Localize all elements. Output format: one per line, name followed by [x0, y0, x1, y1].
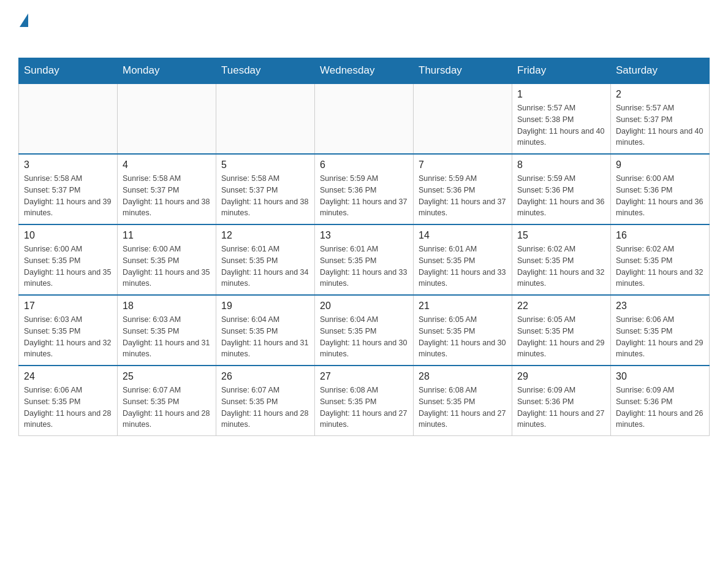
calendar-cell: 12Sunrise: 6:01 AMSunset: 5:35 PMDayligh… — [216, 224, 315, 295]
day-number: 16 — [616, 230, 704, 241]
calendar-cell: 16Sunrise: 6:02 AMSunset: 5:35 PMDayligh… — [611, 224, 710, 295]
calendar-cell: 5Sunrise: 5:58 AMSunset: 5:37 PMDaylight… — [216, 154, 315, 224]
calendar-cell: 19Sunrise: 6:04 AMSunset: 5:35 PMDayligh… — [216, 295, 315, 366]
day-info: Sunrise: 6:07 AMSunset: 5:35 PMDaylight:… — [221, 385, 309, 431]
calendar-cell — [315, 83, 414, 154]
day-number: 3 — [24, 159, 112, 170]
calendar-week-2: 3Sunrise: 5:58 AMSunset: 5:37 PMDaylight… — [19, 154, 710, 224]
calendar-cell: 27Sunrise: 6:08 AMSunset: 5:35 PMDayligh… — [315, 366, 414, 436]
calendar-header-row: Sunday Monday Tuesday Wednesday Thursday… — [19, 58, 710, 84]
day-info: Sunrise: 6:06 AMSunset: 5:35 PMDaylight:… — [24, 385, 112, 431]
header-friday: Friday — [512, 58, 611, 84]
day-number: 5 — [221, 159, 309, 170]
calendar-cell: 28Sunrise: 6:08 AMSunset: 5:35 PMDayligh… — [414, 366, 512, 436]
day-info: Sunrise: 6:00 AMSunset: 5:35 PMDaylight:… — [24, 243, 112, 289]
day-info: Sunrise: 6:09 AMSunset: 5:36 PMDaylight:… — [616, 385, 704, 431]
day-number: 7 — [419, 159, 507, 170]
day-number: 14 — [419, 230, 507, 241]
calendar-cell: 13Sunrise: 6:01 AMSunset: 5:35 PMDayligh… — [315, 224, 414, 295]
day-number: 21 — [419, 301, 507, 312]
calendar-cell: 2Sunrise: 5:57 AMSunset: 5:37 PMDaylight… — [611, 83, 710, 154]
calendar-cell: 26Sunrise: 6:07 AMSunset: 5:35 PMDayligh… — [216, 366, 315, 436]
day-info: Sunrise: 6:03 AMSunset: 5:35 PMDaylight:… — [24, 314, 112, 360]
day-info: Sunrise: 6:00 AMSunset: 5:35 PMDaylight:… — [123, 243, 211, 289]
day-number: 29 — [517, 371, 605, 382]
calendar-week-3: 10Sunrise: 6:00 AMSunset: 5:35 PMDayligh… — [19, 224, 710, 295]
day-number: 27 — [320, 371, 408, 382]
header-tuesday: Tuesday — [216, 58, 315, 84]
day-info: Sunrise: 6:00 AMSunset: 5:36 PMDaylight:… — [616, 173, 704, 219]
day-info: Sunrise: 6:03 AMSunset: 5:35 PMDaylight:… — [123, 314, 211, 360]
calendar-cell: 30Sunrise: 6:09 AMSunset: 5:36 PMDayligh… — [611, 366, 710, 436]
day-number: 2 — [616, 89, 704, 100]
calendar-cell: 24Sunrise: 6:06 AMSunset: 5:35 PMDayligh… — [19, 366, 118, 436]
day-number: 10 — [24, 230, 112, 241]
header-monday: Monday — [118, 58, 216, 84]
day-info: Sunrise: 5:58 AMSunset: 5:37 PMDaylight:… — [221, 173, 309, 219]
day-info: Sunrise: 6:01 AMSunset: 5:35 PMDaylight:… — [419, 243, 507, 289]
day-info: Sunrise: 6:04 AMSunset: 5:35 PMDaylight:… — [221, 314, 309, 360]
day-info: Sunrise: 5:58 AMSunset: 5:37 PMDaylight:… — [123, 173, 211, 219]
day-info: Sunrise: 6:04 AMSunset: 5:35 PMDaylight:… — [320, 314, 408, 360]
day-info: Sunrise: 5:58 AMSunset: 5:37 PMDaylight:… — [24, 173, 112, 219]
day-number: 6 — [320, 159, 408, 170]
day-info: Sunrise: 6:01 AMSunset: 5:35 PMDaylight:… — [221, 243, 309, 289]
day-info: Sunrise: 5:59 AMSunset: 5:36 PMDaylight:… — [320, 173, 408, 219]
day-number: 4 — [123, 159, 211, 170]
day-number: 22 — [517, 301, 605, 312]
day-info: Sunrise: 6:08 AMSunset: 5:35 PMDaylight:… — [320, 385, 408, 431]
calendar-cell: 11Sunrise: 6:00 AMSunset: 5:35 PMDayligh… — [118, 224, 216, 295]
page-header — [18, 12, 710, 45]
calendar-cell: 18Sunrise: 6:03 AMSunset: 5:35 PMDayligh… — [118, 295, 216, 366]
calendar-week-5: 24Sunrise: 6:06 AMSunset: 5:35 PMDayligh… — [19, 366, 710, 436]
calendar-cell: 3Sunrise: 5:58 AMSunset: 5:37 PMDaylight… — [19, 154, 118, 224]
calendar-cell: 22Sunrise: 6:05 AMSunset: 5:35 PMDayligh… — [512, 295, 611, 366]
header-thursday: Thursday — [414, 58, 512, 84]
header-wednesday: Wednesday — [315, 58, 414, 84]
day-number: 18 — [123, 301, 211, 312]
day-number: 15 — [517, 230, 605, 241]
header-sunday: Sunday — [19, 58, 118, 84]
calendar-week-1: 1Sunrise: 5:57 AMSunset: 5:38 PMDaylight… — [19, 83, 710, 154]
calendar-cell: 14Sunrise: 6:01 AMSunset: 5:35 PMDayligh… — [414, 224, 512, 295]
calendar-cell: 4Sunrise: 5:58 AMSunset: 5:37 PMDaylight… — [118, 154, 216, 224]
day-info: Sunrise: 6:01 AMSunset: 5:35 PMDaylight:… — [320, 243, 408, 289]
header-saturday: Saturday — [611, 58, 710, 84]
day-info: Sunrise: 6:07 AMSunset: 5:35 PMDaylight:… — [123, 385, 211, 431]
calendar-cell: 25Sunrise: 6:07 AMSunset: 5:35 PMDayligh… — [118, 366, 216, 436]
calendar-cell: 1Sunrise: 5:57 AMSunset: 5:38 PMDaylight… — [512, 83, 611, 154]
day-info: Sunrise: 6:08 AMSunset: 5:35 PMDaylight:… — [419, 385, 507, 431]
calendar-cell: 15Sunrise: 6:02 AMSunset: 5:35 PMDayligh… — [512, 224, 611, 295]
day-number: 30 — [616, 371, 704, 382]
calendar-cell: 29Sunrise: 6:09 AMSunset: 5:36 PMDayligh… — [512, 366, 611, 436]
calendar-week-4: 17Sunrise: 6:03 AMSunset: 5:35 PMDayligh… — [19, 295, 710, 366]
day-info: Sunrise: 6:02 AMSunset: 5:35 PMDaylight:… — [517, 243, 605, 289]
day-number: 23 — [616, 301, 704, 312]
day-number: 8 — [517, 159, 605, 170]
calendar-cell — [19, 83, 118, 154]
calendar-cell: 17Sunrise: 6:03 AMSunset: 5:35 PMDayligh… — [19, 295, 118, 366]
calendar-cell: 23Sunrise: 6:06 AMSunset: 5:35 PMDayligh… — [611, 295, 710, 366]
day-info: Sunrise: 5:59 AMSunset: 5:36 PMDaylight:… — [419, 173, 507, 219]
calendar-cell: 7Sunrise: 5:59 AMSunset: 5:36 PMDaylight… — [414, 154, 512, 224]
day-number: 1 — [517, 89, 605, 100]
day-info: Sunrise: 6:05 AMSunset: 5:35 PMDaylight:… — [517, 314, 605, 360]
day-number: 20 — [320, 301, 408, 312]
calendar-cell — [118, 83, 216, 154]
day-number: 24 — [24, 371, 112, 382]
day-number: 13 — [320, 230, 408, 241]
day-number: 28 — [419, 371, 507, 382]
calendar-cell — [414, 83, 512, 154]
day-info: Sunrise: 5:57 AMSunset: 5:37 PMDaylight:… — [616, 102, 704, 148]
day-info: Sunrise: 5:57 AMSunset: 5:38 PMDaylight:… — [517, 102, 605, 148]
day-info: Sunrise: 5:59 AMSunset: 5:36 PMDaylight:… — [517, 173, 605, 219]
calendar-cell: 21Sunrise: 6:05 AMSunset: 5:35 PMDayligh… — [414, 295, 512, 366]
day-number: 26 — [221, 371, 309, 382]
calendar-cell: 6Sunrise: 5:59 AMSunset: 5:36 PMDaylight… — [315, 154, 414, 224]
calendar-cell: 9Sunrise: 6:00 AMSunset: 5:36 PMDaylight… — [611, 154, 710, 224]
day-number: 12 — [221, 230, 309, 241]
day-number: 25 — [123, 371, 211, 382]
day-info: Sunrise: 6:06 AMSunset: 5:35 PMDaylight:… — [616, 314, 704, 360]
day-number: 9 — [616, 159, 704, 170]
calendar-cell: 8Sunrise: 5:59 AMSunset: 5:36 PMDaylight… — [512, 154, 611, 224]
